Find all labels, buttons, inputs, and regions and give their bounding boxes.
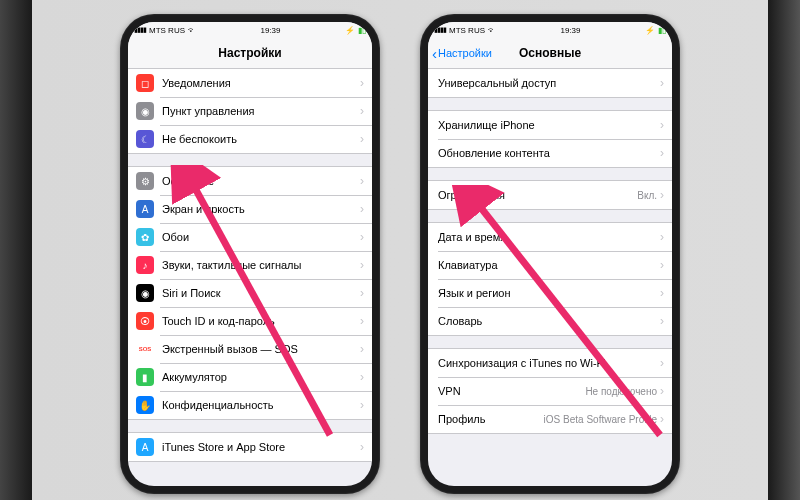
chevron-right-icon: › — [660, 314, 664, 328]
chevron-right-icon: › — [360, 258, 364, 272]
settings-group: Дата и время›Клавиатура›Язык и регион›Сл… — [428, 222, 672, 336]
bluetooth-icon: ⚡ — [645, 26, 655, 35]
settings-row[interactable]: Словарь› — [428, 307, 672, 335]
screen-right: ▮▮▮▮ MTS RUS ᯤ 19:39 ⚡ ▮▯ ‹ Настройки Ос… — [428, 22, 672, 486]
chevron-right-icon: › — [660, 286, 664, 300]
row-icon: ⦿ — [136, 312, 154, 330]
settings-row[interactable]: ☾Не беспокоить› — [128, 125, 372, 153]
settings-row[interactable]: Обновление контента› — [428, 139, 672, 167]
row-icon: ✋ — [136, 396, 154, 414]
chevron-left-icon: ‹ — [432, 46, 437, 61]
wifi-icon: ᯤ — [188, 26, 196, 35]
row-icon: ▮ — [136, 368, 154, 386]
chevron-right-icon: › — [360, 314, 364, 328]
chevron-right-icon: › — [660, 146, 664, 160]
chevron-right-icon: › — [360, 286, 364, 300]
settings-row[interactable]: ♪Звуки, тактильные сигналы› — [128, 251, 372, 279]
row-label: Основные — [162, 175, 360, 187]
settings-row[interactable]: ◉Пункт управления› — [128, 97, 372, 125]
settings-group: Универсальный доступ› — [428, 69, 672, 98]
bluetooth-icon: ⚡ — [345, 26, 355, 35]
stage: ▮▮▮▮ MTS RUS ᯤ 19:39 ⚡ ▮▯ Настройки ◻︎Ув… — [0, 0, 800, 500]
row-icon: ☾ — [136, 130, 154, 148]
row-label: Ограничения — [438, 189, 637, 201]
row-label: Хранилище iPhone — [438, 119, 660, 131]
settings-row[interactable]: ⚙Основные› — [128, 167, 372, 195]
settings-row[interactable]: Язык и регион› — [428, 279, 672, 307]
settings-group: Хранилище iPhone›Обновление контента› — [428, 110, 672, 168]
settings-row[interactable]: ◻︎Уведомления› — [128, 69, 372, 97]
general-list[interactable]: Универсальный доступ›Хранилище iPhone›Об… — [428, 69, 672, 434]
settings-group: AiTunes Store и App Store› — [128, 432, 372, 462]
row-label: Уведомления — [162, 77, 360, 89]
row-label: Язык и регион — [438, 287, 660, 299]
battery-icon: ▮▯ — [658, 26, 666, 35]
settings-row[interactable]: ✋Конфиденциальность› — [128, 391, 372, 419]
settings-row[interactable]: ▮Аккумулятор› — [128, 363, 372, 391]
settings-group: ◻︎Уведомления›◉Пункт управления›☾Не бесп… — [128, 69, 372, 154]
settings-row[interactable]: ⦿Touch ID и код-пароль› — [128, 307, 372, 335]
status-bar: ▮▮▮▮ MTS RUS ᯤ 19:39 ⚡ ▮▯ — [128, 22, 372, 38]
navbar-title: Настройки — [218, 46, 281, 60]
row-icon: ◉ — [136, 102, 154, 120]
row-label: Клавиатура — [438, 259, 660, 271]
row-icon: ◻︎ — [136, 74, 154, 92]
phone-left: ▮▮▮▮ MTS RUS ᯤ 19:39 ⚡ ▮▯ Настройки ◻︎Ув… — [120, 14, 380, 494]
settings-row[interactable]: Клавиатура› — [428, 251, 672, 279]
settings-row[interactable]: VPNНе подключено› — [428, 377, 672, 405]
row-icon: ◉ — [136, 284, 154, 302]
chevron-right-icon: › — [360, 342, 364, 356]
row-label: Обои — [162, 231, 360, 243]
chevron-right-icon: › — [660, 230, 664, 244]
row-detail: iOS Beta Software Profile — [544, 414, 657, 425]
row-label: Профиль — [438, 413, 544, 425]
row-label: Не беспокоить — [162, 133, 360, 145]
settings-row[interactable]: AiTunes Store и App Store› — [128, 433, 372, 461]
chevron-right-icon: › — [660, 188, 664, 202]
settings-row[interactable]: SOSЭкстренный вызов — SOS› — [128, 335, 372, 363]
row-label: VPN — [438, 385, 585, 397]
status-time: 19:39 — [260, 26, 280, 35]
chevron-right-icon: › — [660, 258, 664, 272]
signal-icon: ▮▮▮▮ — [434, 26, 446, 34]
settings-row[interactable]: ПрофильiOS Beta Software Profile› — [428, 405, 672, 433]
settings-row[interactable]: ✿Обои› — [128, 223, 372, 251]
settings-list[interactable]: ◻︎Уведомления›◉Пункт управления›☾Не бесп… — [128, 69, 372, 462]
chevron-right-icon: › — [360, 398, 364, 412]
status-bar: ▮▮▮▮ MTS RUS ᯤ 19:39 ⚡ ▮▯ — [428, 22, 672, 38]
chevron-right-icon: › — [660, 412, 664, 426]
navbar-right: ‹ Настройки Основные — [428, 38, 672, 69]
chevron-right-icon: › — [360, 230, 364, 244]
row-label: Обновление контента — [438, 147, 660, 159]
settings-group: ⚙Основные›AЭкран и яркость›✿Обои›♪Звуки,… — [128, 166, 372, 420]
settings-row[interactable]: AЭкран и яркость› — [128, 195, 372, 223]
row-label: Конфиденциальность — [162, 399, 360, 411]
screen-left: ▮▮▮▮ MTS RUS ᯤ 19:39 ⚡ ▮▯ Настройки ◻︎Ув… — [128, 22, 372, 486]
row-label: Дата и время — [438, 231, 660, 243]
settings-row[interactable]: Хранилище iPhone› — [428, 111, 672, 139]
row-label: Экран и яркость — [162, 203, 360, 215]
settings-row[interactable]: Синхронизация с iTunes по Wi-Fi› — [428, 349, 672, 377]
chevron-right-icon: › — [360, 440, 364, 454]
carrier-label: MTS RUS — [149, 26, 185, 35]
signal-icon: ▮▮▮▮ — [134, 26, 146, 34]
row-label: Пункт управления — [162, 105, 360, 117]
settings-row[interactable]: ◉Siri и Поиск› — [128, 279, 372, 307]
row-icon: ♪ — [136, 256, 154, 274]
row-icon: SOS — [136, 340, 154, 358]
settings-group: Синхронизация с iTunes по Wi-Fi›VPNНе по… — [428, 348, 672, 434]
settings-row[interactable]: Дата и время› — [428, 223, 672, 251]
back-button[interactable]: ‹ Настройки — [432, 46, 492, 61]
chevron-right-icon: › — [360, 76, 364, 90]
chevron-right-icon: › — [360, 132, 364, 146]
row-icon: ⚙ — [136, 172, 154, 190]
row-icon: A — [136, 438, 154, 456]
settings-row[interactable]: Универсальный доступ› — [428, 69, 672, 97]
settings-row[interactable]: ОграниченияВкл.› — [428, 181, 672, 209]
chevron-right-icon: › — [360, 174, 364, 188]
row-label: Аккумулятор — [162, 371, 360, 383]
chevron-right-icon: › — [360, 370, 364, 384]
row-label: Siri и Поиск — [162, 287, 360, 299]
chevron-right-icon: › — [360, 104, 364, 118]
row-detail: Вкл. — [637, 190, 657, 201]
